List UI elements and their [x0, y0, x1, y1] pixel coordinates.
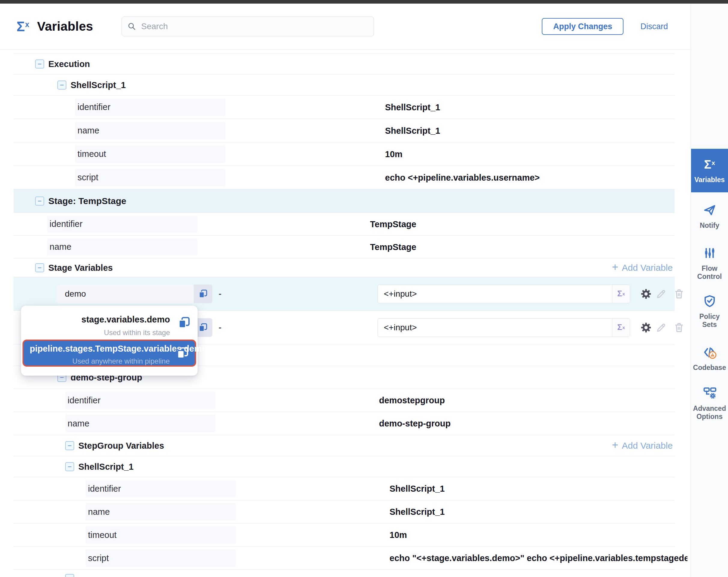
edit-icon[interactable] — [655, 322, 667, 333]
sidebar-item-label: Notify — [700, 222, 719, 230]
variable-value: ShellScript_1 — [390, 507, 445, 517]
codebase-icon — [702, 345, 717, 359]
required-dash: - — [219, 289, 222, 299]
table-row: identifierdemostepgroup — [14, 389, 675, 412]
table-row: −Execution — [14, 53, 675, 75]
sidebar-item-flow-control[interactable]: Flow Control — [691, 246, 728, 281]
variable-value: ShellScript_1 — [385, 102, 440, 112]
table-row: nameShellScript_1 — [14, 500, 675, 524]
delete-icon[interactable] — [673, 322, 685, 333]
variable-key-label: identifier — [68, 396, 101, 405]
variable-key-label: timeout — [88, 530, 116, 540]
settings-icon[interactable] — [640, 288, 652, 300]
copy-button[interactable] — [176, 346, 189, 360]
table-row: timeout10m — [14, 524, 675, 547]
variable-key: identifier — [85, 480, 236, 497]
variable-value: ShellScript_1 — [385, 126, 440, 135]
variable-key: identifier — [75, 99, 225, 116]
delete-icon[interactable] — [673, 288, 685, 300]
plus-icon: + — [612, 440, 618, 450]
sidebar-item-codebase[interactable]: Codebase — [691, 345, 728, 372]
variable-name-text: demo — [57, 284, 194, 303]
variable-key-label: identifier — [77, 102, 110, 112]
variable-value-text: <+input> — [378, 285, 612, 303]
sidebar-item-variables[interactable]: ΣxVariables — [691, 149, 728, 192]
expression-option[interactable]: stage.variables.demoUsed within its stag… — [21, 306, 198, 340]
variable-key-label: identifier — [50, 219, 83, 229]
copy-icon — [198, 289, 208, 299]
notify-icon — [702, 203, 717, 217]
expression-toggle-icon[interactable]: Σx — [612, 285, 630, 303]
apply-changes-button[interactable]: Apply Changes — [542, 18, 624, 35]
variable-name-input[interactable]: demo — [57, 284, 212, 303]
variable-key-label: script — [88, 553, 109, 563]
collapse-icon[interactable]: − — [65, 462, 74, 471]
add-variable-label: Add Variable — [622, 441, 673, 451]
row-label: Execution — [48, 59, 90, 69]
table-row: identifierShellScript_1 — [14, 96, 675, 119]
variable-key: timeout — [85, 526, 236, 544]
variable-value: echo <+pipeline.variables.username> — [385, 173, 540, 182]
variable-value: TempStage — [370, 242, 416, 252]
variable-key: name — [47, 238, 197, 256]
sidebar-item-label: Advanced Options — [693, 404, 726, 421]
table-row: namedemo-step-group — [14, 412, 675, 435]
expression-popup: stage.variables.demoUsed within its stag… — [21, 306, 198, 376]
plus-icon: + — [612, 262, 618, 273]
table-row: −StepGroup Variables+Add Variable — [14, 435, 675, 456]
table-row: − — [14, 570, 675, 577]
search-input[interactable] — [140, 21, 368, 31]
table-row: scriptecho "<+stage.variables.demo>" ech… — [14, 547, 675, 570]
row-label: StepGroup Variables — [78, 441, 164, 450]
collapse-icon[interactable]: − — [57, 80, 67, 90]
flow-control-icon — [702, 246, 717, 260]
sidebar-item-notify[interactable]: Notify — [691, 203, 728, 230]
table-row: −ShellScript_1 — [14, 75, 675, 96]
row-label: ShellScript_1 — [78, 461, 134, 472]
advanced-options-icon — [702, 386, 717, 400]
variable-key: name — [85, 503, 236, 521]
collapse-icon[interactable]: − — [65, 441, 74, 450]
collapse-icon[interactable]: − — [65, 574, 74, 577]
sidebar-item-label: Variables — [694, 176, 725, 184]
variable-value: 10m — [385, 149, 402, 159]
variable-key: identifier — [65, 392, 215, 409]
row-label: Stage Variables — [48, 262, 113, 273]
collapse-icon[interactable]: − — [35, 263, 44, 272]
sidebar-item-policy-sets[interactable]: Policy Sets — [691, 294, 728, 329]
row-label: ShellScript_1 — [71, 80, 126, 90]
variable-value: 10m — [390, 530, 407, 540]
variable-value: ShellScript_1 — [390, 484, 445, 494]
expression-option[interactable]: pipeline.stages.TempStage.variables.demo… — [23, 340, 196, 367]
page-title: Variables — [37, 19, 93, 34]
discard-button[interactable]: Discard — [640, 22, 668, 31]
variable-value-input[interactable]: <+input>Σx — [378, 318, 630, 337]
collapse-icon[interactable]: − — [35, 197, 44, 205]
table-row: identifierTempStage — [14, 213, 675, 235]
table-row: −Stage: TempStage — [14, 189, 675, 213]
variable-key-label: script — [77, 173, 98, 182]
variable-key-label: name — [68, 419, 89, 429]
collapse-icon[interactable]: − — [35, 59, 44, 69]
table-row: nameShellScript_1 — [14, 119, 675, 143]
search-box[interactable] — [122, 17, 374, 36]
variable-value: echo "<+stage.variables.demo>" echo <+pi… — [390, 553, 687, 563]
add-variable-button[interactable]: +Add Variable — [612, 262, 673, 273]
variable-key-label: name — [88, 507, 110, 517]
expression-toggle-icon[interactable]: Σx — [612, 319, 630, 336]
variable-key: identifier — [47, 216, 197, 233]
sidebar-item-advanced-options[interactable]: Advanced Options — [691, 386, 728, 421]
table-row: scriptecho <+pipeline.variables.username… — [14, 166, 675, 189]
sidebar-item-label: Codebase — [693, 363, 726, 372]
required-dash: - — [219, 323, 222, 332]
add-variable-button[interactable]: +Add Variable — [612, 441, 673, 451]
copy-button[interactable] — [177, 316, 191, 330]
variable-value-input[interactable]: <+input>Σx — [378, 284, 630, 303]
settings-icon[interactable] — [640, 322, 652, 333]
variable-value: demo-step-group — [379, 419, 450, 429]
table-row: timeout10m — [14, 143, 675, 166]
copy-button[interactable] — [194, 284, 212, 303]
policy-sets-icon — [702, 294, 717, 308]
edit-icon[interactable] — [655, 288, 667, 300]
expression-text: pipeline.stages.TempStage.variables.demo — [30, 344, 170, 354]
